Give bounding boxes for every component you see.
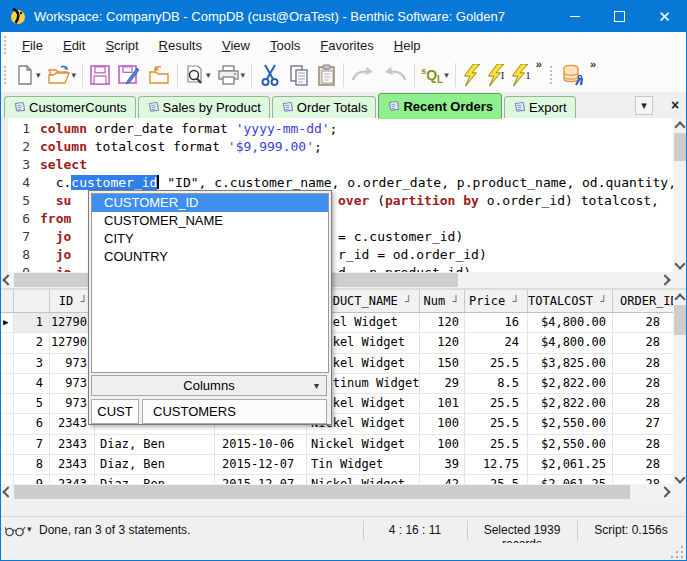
grid-cell[interactable]: Diaz, Ben (95, 435, 215, 454)
grid-header-cell[interactable]: TOTALCOST ┘ (528, 290, 613, 312)
scrollbar-thumb[interactable] (14, 485, 630, 499)
grid-cell[interactable]: 150 (420, 354, 465, 373)
menu-item-script[interactable]: Script (95, 34, 148, 57)
run-script-button[interactable] (459, 61, 483, 89)
minimize-button[interactable] (552, 0, 597, 32)
row-indicator-cell[interactable] (0, 374, 14, 393)
tab-customercounts[interactable]: CustomerCounts (4, 96, 136, 118)
new-dropdown-arrow[interactable]: ▾ (36, 70, 41, 80)
scroll-up-button[interactable] (673, 290, 687, 304)
grid-cell[interactable]: 4 (14, 374, 50, 393)
grid-cell[interactable]: 25.5 (465, 435, 528, 454)
menu-item-results[interactable]: Results (149, 34, 212, 57)
grid-cell[interactable]: 120 (420, 313, 465, 332)
print-preview-dropdown-arrow[interactable]: ▾ (206, 70, 211, 80)
table-button-customers[interactable]: CUSTOMERS (142, 399, 327, 424)
grid-cell[interactable]: 2343 (50, 435, 95, 454)
current-row-indicator[interactable]: ▶ (0, 313, 14, 332)
status-dropdown-arrow[interactable]: ▾ (27, 524, 32, 534)
editor-vertical-scrollbar[interactable] (673, 118, 687, 272)
tab-recent-orders[interactable]: Recent Orders (378, 93, 502, 118)
grid-cell[interactable]: 16 (465, 313, 528, 332)
scroll-right-button[interactable] (659, 484, 673, 500)
menu-item-file[interactable]: File (12, 34, 53, 57)
cut-button[interactable] (255, 61, 285, 89)
tab-sales-by-product[interactable]: Sales by Product (138, 96, 270, 118)
grid-cell[interactable]: 3 (14, 354, 50, 373)
editor-line[interactable]: 2column totalcost format '$9,999.00'; (0, 138, 673, 156)
grid-cell[interactable]: 25.5 (465, 414, 528, 433)
row-indicator-cell[interactable] (0, 394, 14, 413)
grid-header-cell[interactable] (14, 290, 50, 312)
grid-header-cell[interactable]: Num ┘ (420, 290, 465, 312)
grid-cell[interactable]: $2,822.00 (528, 374, 613, 393)
grid-cell[interactable]: $3,825.00 (528, 354, 613, 373)
autocomplete-item-city[interactable]: CITY (92, 230, 328, 248)
tab-export[interactable]: Export (504, 96, 576, 118)
print-dropdown-arrow[interactable]: ▾ (241, 70, 246, 80)
tab-close-button[interactable]: × (667, 96, 683, 113)
undo-button[interactable] (379, 61, 411, 89)
grid-cell[interactable]: 6 (14, 414, 50, 433)
grid-cell[interactable]: Diaz, Ben (95, 455, 215, 474)
grid-cell[interactable]: 8.5 (465, 374, 528, 393)
resize-grip[interactable] (671, 546, 683, 558)
sql-statement-button[interactable]: sQL ▾ (418, 61, 452, 89)
grid-cell[interactable]: 2343 (50, 455, 95, 474)
toolbar-grip[interactable] (550, 66, 555, 84)
grid-cell[interactable]: 1 (14, 313, 50, 332)
scroll-left-button[interactable] (0, 484, 14, 500)
toolbar-grip[interactable] (4, 66, 9, 84)
new-script-button[interactable]: ▾ (12, 61, 44, 89)
save-button[interactable] (86, 61, 114, 89)
grid-cell[interactable]: 7 (14, 435, 50, 454)
watch-glasses-icon[interactable] (5, 525, 26, 537)
copy-button[interactable] (285, 61, 313, 89)
row-indicator-cell[interactable] (0, 414, 14, 433)
close-button[interactable]: ✕ (642, 0, 687, 32)
menu-item-tools[interactable]: Tools (260, 34, 310, 57)
run-single-button[interactable]: 1 (507, 61, 534, 89)
grid-header-cell[interactable] (0, 290, 14, 312)
open-dropdown-arrow[interactable]: ▾ (72, 70, 77, 80)
row-indicator-cell[interactable] (0, 455, 14, 474)
toolbar-overflow-chevron[interactable]: » (534, 58, 544, 70)
grid-header-cell[interactable]: Price ┘ (465, 290, 528, 312)
grid-cell[interactable]: 25.5 (465, 394, 528, 413)
tab-list-dropdown-button[interactable]: ▾ (635, 96, 653, 115)
menu-item-view[interactable]: View (212, 34, 260, 57)
grid-cell[interactable]: 39 (420, 455, 465, 474)
grid-cell[interactable]: $2,822.00 (528, 394, 613, 413)
revert-button[interactable] (144, 61, 174, 89)
grid-cell[interactable]: 101 (420, 394, 465, 413)
grid-cell[interactable]: 2 (14, 333, 50, 352)
grid-cell[interactable]: 100 (420, 435, 465, 454)
scroll-right-button[interactable] (659, 272, 673, 288)
grid-cell[interactable]: $4,800.00 (528, 313, 613, 332)
grid-cell[interactable]: $2,061.25 (528, 455, 613, 474)
table-row[interactable]: 72343Diaz, Ben2015-10-06Nickel Widget100… (0, 435, 687, 455)
table-row[interactable]: 82343Diaz, Ben2015-12-07Tin Widget3912.7… (0, 455, 687, 475)
autocomplete-item-country[interactable]: COUNTRY (92, 248, 328, 266)
grid-cell[interactable]: 25.5 (465, 354, 528, 373)
grid-cell[interactable]: 2015-12-07 (215, 455, 307, 474)
grid-cell[interactable]: 24 (465, 333, 528, 352)
scrollbar-thumb[interactable] (674, 133, 686, 161)
grid-vertical-scrollbar[interactable] (673, 290, 687, 500)
grid-cell[interactable]: Tin Widget (307, 455, 420, 474)
grid-cell[interactable]: 2015-10-06 (215, 435, 307, 454)
scroll-down-button[interactable] (673, 258, 687, 272)
menu-item-help[interactable]: Help (384, 34, 431, 57)
print-button[interactable]: ▾ (214, 61, 249, 89)
grid-cell[interactable]: $4,800.00 (528, 333, 613, 352)
print-preview-button[interactable]: ▾ (181, 61, 214, 89)
grid-cell[interactable]: $2,550.00 (528, 435, 613, 454)
autocomplete-category-dropdown[interactable]: Columns ▾ (91, 375, 327, 396)
grid-cell[interactable]: 8 (14, 455, 50, 474)
scroll-up-button[interactable] (673, 118, 687, 132)
autocomplete-list[interactable]: CUSTOMER_IDCUSTOMER_NAMECITYCOUNTRY (91, 193, 329, 373)
grid-cell[interactable]: Nickel Widget (307, 435, 420, 454)
menu-item-favorites[interactable]: Favorites (310, 34, 383, 57)
autocomplete-item-customer_name[interactable]: CUSTOMER_NAME (92, 212, 328, 230)
toolbar-overflow-chevron[interactable]: » (588, 58, 598, 70)
